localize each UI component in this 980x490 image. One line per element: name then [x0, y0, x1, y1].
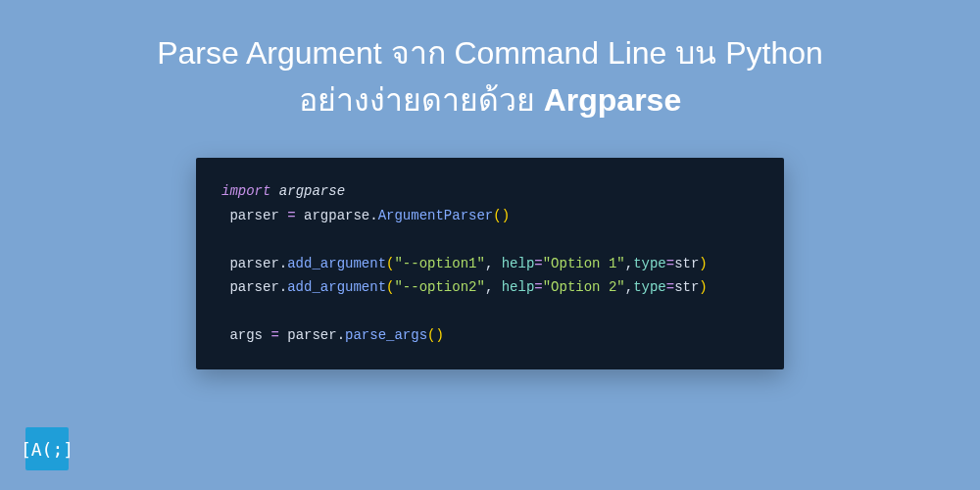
logo-text: [A(;]	[21, 439, 74, 460]
code-line-5: args = parser.parse_args()	[221, 323, 759, 348]
code-line-1: import argparse	[221, 179, 759, 204]
site-logo: [A(;]	[25, 427, 69, 470]
title-line-2: อย่างง่ายดายด้วย Argparse	[39, 76, 941, 123]
title-bold: Argparse	[544, 82, 682, 118]
title-prefix: อย่างง่ายดายด้วย	[299, 82, 544, 118]
module-name: argparse	[270, 183, 345, 199]
code-block: import argparse parser = argparse.Argume…	[196, 158, 784, 369]
title-container: Parse Argument จาก Command Line บน Pytho…	[0, 0, 980, 123]
keyword-import: import	[221, 183, 270, 199]
code-line-2: parser = argparse.ArgumentParser()	[221, 204, 759, 228]
title-line-1: Parse Argument จาก Command Line บน Pytho…	[39, 29, 941, 76]
code-line-4: parser.add_argument("--option2", help="O…	[221, 275, 759, 300]
code-blank-1	[221, 227, 759, 252]
code-blank-2	[221, 300, 759, 324]
code-line-3: parser.add_argument("--option1", help="O…	[221, 252, 759, 276]
